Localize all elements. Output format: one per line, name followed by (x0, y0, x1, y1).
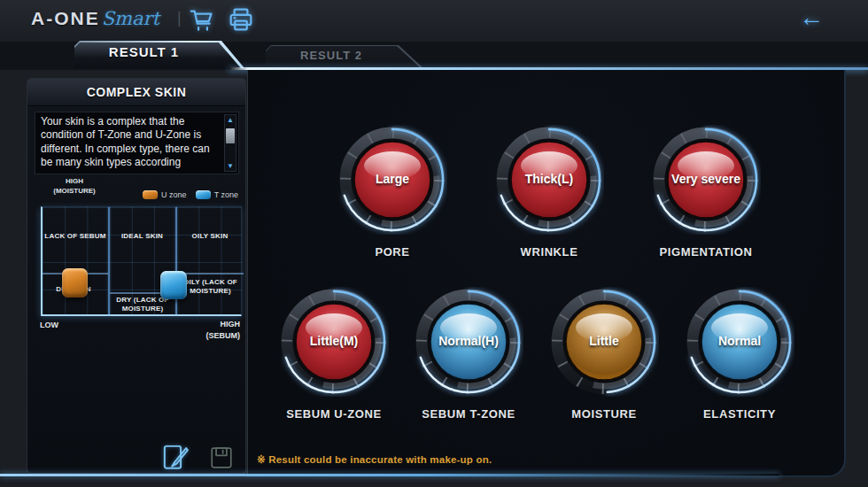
gauge-wrinkle-label: WRINKLE (461, 245, 638, 259)
brand-script-text: Smart (102, 8, 159, 29)
zone-oily-skin: OILY SKIN (176, 232, 244, 241)
gauge-wrinkle[interactable]: Thick(L) WRINKLE (494, 125, 604, 235)
y-axis-high-label: HIGH (MOISTURE) (36, 176, 112, 196)
y-axis-high-line2: (MOISTURE) (36, 186, 112, 196)
gauge-pigmentation-value: Very severe (651, 172, 761, 186)
skin-description-text: Your skin is a complex that the conditio… (41, 115, 220, 169)
app-window: A-ONE Smart | ← RESULT 1 (0, 0, 868, 487)
top-bar: A-ONE Smart | ← (0, 0, 868, 41)
gauge-sebum-u-zone-value: Little(M) (279, 334, 389, 348)
x-axis-high-line2: (SEBUM) (206, 330, 241, 342)
u-zone-swatch (143, 190, 158, 199)
save-icon[interactable] (209, 445, 234, 474)
gauge-elasticity-label: ELASTICITY (651, 407, 828, 421)
gauge-elasticity-value: Normal (685, 334, 794, 348)
u-zone-marker (62, 268, 88, 298)
header-divider: | (177, 9, 182, 27)
edit-document-icon[interactable] (160, 443, 190, 474)
skin-type-title: COMPLEX SKIN (27, 79, 245, 106)
chart-legend: U zone T zone (143, 190, 238, 199)
gauge-moisture[interactable]: Little MOISTURE (549, 287, 659, 397)
gauge-pigmentation[interactable]: Very severe PIGMENTATION (651, 125, 761, 235)
scrollbar-thumb[interactable] (226, 128, 235, 143)
printer-icon[interactable] (227, 6, 255, 35)
description-scrollbar[interactable]: ▲ ▼ (224, 114, 236, 172)
gauge-sebum-t-zone[interactable]: Normal(H) SEBUM T-ZONE (414, 287, 523, 397)
scroll-up-icon[interactable]: ▲ (225, 116, 236, 124)
gauge-wrinkle-value: Thick(L) (494, 172, 604, 186)
t-zone-swatch (196, 190, 211, 199)
t-zone-marker (160, 271, 187, 299)
scroll-down-icon[interactable]: ▼ (225, 162, 236, 170)
zone-lack-of-sebum: LACK OF SEBUM (43, 232, 108, 241)
gauge-sebum-t-zone-value: Normal(H) (414, 334, 523, 348)
gauge-pore[interactable]: Large PORE (337, 125, 447, 235)
gauge-pore-label: PORE (304, 245, 481, 259)
makeup-warning-note: ※ Result could be inaccurate with make-u… (257, 453, 492, 466)
bottom-glow-line (0, 474, 779, 476)
gauge-elasticity[interactable]: Normal ELASTICITY (685, 287, 794, 397)
legend-t-zone: T zone (196, 190, 238, 199)
skin-description-box: Your skin is a complex that the conditio… (35, 112, 239, 174)
tab-result-1-label: RESULT 1 (74, 44, 213, 59)
gauge-moisture-value: Little (549, 334, 659, 348)
u-zone-label: U zone (161, 190, 187, 199)
left-result-panel: COMPLEX SKIN Your skin is a complex that… (27, 78, 246, 474)
tab-result-1[interactable]: RESULT 1 (74, 41, 244, 68)
skin-type-chart: LACK OF SEBUM IDEAL SKIN OILY SKIN DRY S… (41, 206, 242, 316)
back-arrow-icon[interactable]: ← (799, 4, 824, 32)
gauge-sebum-u-zone[interactable]: Little(M) SEBUM U-ZONE (279, 287, 389, 397)
results-panel: Large PORE Thick(L) WRINKLE (247, 70, 846, 477)
zone-oily-lack-of-moisture: OILY (LACK OF MOISTURE) (177, 278, 244, 297)
zone-ideal-skin: IDEAL SKIN (109, 232, 175, 241)
x-axis-high-line1: HIGH (206, 319, 241, 330)
cart-icon[interactable] (188, 6, 216, 35)
gauge-pore-value: Large (337, 172, 447, 186)
x-axis-high-label: HIGH (SEBUM) (206, 319, 241, 341)
app-logo: A-ONE Smart (31, 8, 159, 29)
t-zone-label: T zone (214, 190, 238, 199)
brand-text: A-ONE (31, 8, 100, 29)
chart-row-divider (177, 273, 244, 274)
y-axis-high-line1: HIGH (36, 176, 112, 186)
legend-u-zone: U zone (143, 190, 187, 199)
x-axis-low-label: LOW (40, 321, 58, 329)
tab-result-2[interactable]: RESULT 2 (266, 45, 423, 68)
tab-result-2-label: RESULT 2 (266, 49, 397, 62)
gauge-pigmentation-label: PIGMENTATION (617, 245, 794, 259)
